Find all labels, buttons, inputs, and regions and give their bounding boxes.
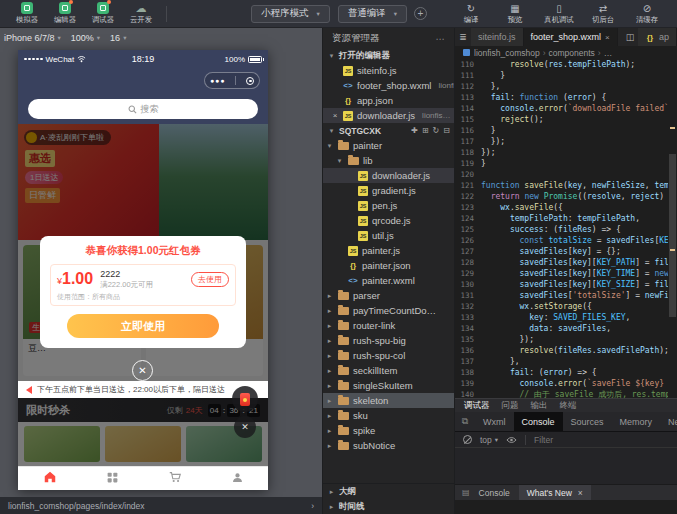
minimize-icon[interactable] — [246, 77, 254, 85]
red-packet-float[interactable] — [232, 386, 258, 412]
new-file-icon[interactable]: ✚ — [411, 126, 418, 135]
tree-item[interactable]: JSgradient.js — [323, 183, 454, 198]
devtools-tab[interactable]: Sources — [563, 412, 612, 431]
add-compile-mode-icon[interactable]: + — [414, 7, 427, 20]
tree-item[interactable]: ▸rush-spu-col — [323, 348, 454, 363]
toolbar-nav-button[interactable]: 调试器 — [84, 2, 122, 25]
close-tab-icon[interactable]: × — [605, 33, 610, 42]
tree-item[interactable]: JSpen.js — [323, 198, 454, 213]
tree-item[interactable]: {}painter.json — [323, 258, 454, 273]
search-input[interactable]: 搜索 — [28, 99, 258, 119]
tab-cart-icon[interactable] — [168, 470, 182, 488]
tree-item[interactable]: <>painter.wxml — [323, 273, 454, 288]
use-coupon-button[interactable]: 去使用 — [191, 272, 229, 287]
more-icon[interactable]: ●●● — [210, 77, 226, 84]
tree-item[interactable]: ▸rush-spu-big — [323, 333, 454, 348]
tab-home-icon[interactable] — [43, 470, 57, 488]
new-folder-icon[interactable]: ⊞ — [422, 126, 429, 135]
folder-icon — [348, 157, 359, 165]
tree-item[interactable]: JSutil.js — [323, 228, 454, 243]
tree-item[interactable]: ▸seckillItem — [323, 363, 454, 378]
breadcrumb-item[interactable]: … — [604, 48, 613, 58]
toolbar-nav-button[interactable]: 编辑器 — [46, 2, 84, 25]
inspect-icon[interactable]: ⧉ — [455, 416, 475, 427]
tab-category-icon[interactable] — [106, 470, 119, 488]
folder-icon — [338, 412, 349, 420]
debugger-tab[interactable]: 终端 — [560, 400, 577, 412]
page-path-bar[interactable]: lionfish_comshop/pages/index/index › — [0, 497, 322, 514]
toolbar-action-button[interactable]: ⊘清缓存 — [625, 3, 669, 25]
toolbar-action-button[interactable]: ⇄切后台 — [581, 3, 625, 25]
split-editor-icon[interactable]: ◫ — [622, 28, 638, 46]
scrollbar-thumb[interactable] — [669, 154, 676, 317]
whats-new-tab[interactable]: What's New × — [519, 485, 591, 500]
eye-icon[interactable] — [506, 436, 517, 444]
use-now-button[interactable]: 立即使用 — [67, 314, 219, 338]
breadcrumb[interactable]: lionfish_comshop›components›… — [455, 46, 677, 59]
toolbar-nav-button[interactable]: 模拟器 — [8, 2, 46, 25]
breadcrumb-item[interactable]: lionfish_comshop — [474, 48, 540, 58]
capsule-menu[interactable]: ●●● — [204, 72, 260, 89]
outline-section[interactable]: ▸大纲 — [323, 484, 454, 499]
debugger-tab[interactable]: 调试器 — [464, 400, 490, 412]
tree-item[interactable]: ▸parser — [323, 288, 454, 303]
devtools-tab[interactable]: Wxml — [475, 412, 514, 431]
tree-item[interactable]: JSqrcode.js — [323, 213, 454, 228]
close-icon[interactable]: × — [578, 488, 583, 498]
timeline-section[interactable]: ▸时间线 — [323, 499, 454, 514]
open-editor-item[interactable]: JSsiteinfo.js — [323, 63, 454, 78]
tree-item[interactable]: ▸subNotice — [323, 438, 454, 453]
debugger-tab[interactable]: 输出 — [531, 400, 548, 412]
tree-item[interactable]: ▸skeleton — [323, 393, 454, 408]
editor-tab[interactable]: siteinfo.js — [471, 28, 524, 46]
collapse-folders-icon[interactable]: ⊟ — [443, 126, 450, 135]
tree-item[interactable]: JSpainter.js — [323, 243, 454, 258]
clear-console-icon[interactable] — [463, 435, 472, 444]
tree-item[interactable]: ▾lib — [323, 153, 454, 168]
coupon-name: 2222 — [100, 269, 184, 280]
scale-select[interactable]: 100%▾ — [71, 33, 100, 43]
filter-input[interactable]: Filter — [534, 435, 553, 445]
editor-overflow-tab[interactable]: {}ap — [638, 28, 677, 46]
close-icon[interactable]: × — [331, 111, 339, 120]
context-select[interactable]: top▾ — [480, 435, 498, 445]
compile-mode-select[interactable]: 普通编译 ▾ — [338, 5, 407, 23]
open-editors-header[interactable]: ▾ 打开的编辑器 — [323, 48, 454, 63]
float-close-icon[interactable]: ✕ — [234, 416, 256, 438]
breadcrumb-item[interactable]: components — [549, 48, 595, 58]
cloud-icon — [135, 2, 147, 14]
code-editor[interactable]: 110 resolve(res.tempFilePath);111 }112 }… — [455, 59, 677, 398]
tree-item[interactable]: ▸singleSkuItem — [323, 378, 454, 393]
editor-tab[interactable]: footer_shop.wxml× — [524, 28, 618, 46]
tree-item[interactable]: ▸router-link — [323, 318, 454, 333]
device-select[interactable]: iPhone 6/7/8▾ — [4, 33, 61, 43]
devtools-tab[interactable]: Netwo — [660, 412, 677, 431]
open-editor-item[interactable]: {}app.json — [323, 93, 454, 108]
tree-item[interactable]: ▸spike — [323, 423, 454, 438]
tree-item[interactable]: ▾painter — [323, 138, 454, 153]
more-actions-icon[interactable]: ⋯ — [436, 33, 446, 44]
drawer-console-tab[interactable]: Console — [479, 488, 510, 498]
tab-profile-icon[interactable] — [231, 470, 244, 488]
devtools-tab[interactable]: Console — [514, 412, 563, 431]
mode-select[interactable]: 小程序模式 ▾ — [251, 5, 330, 23]
fontsize-select[interactable]: 16▾ — [110, 33, 126, 43]
debugger-tab[interactable]: 问题 — [502, 400, 519, 412]
modal-close-icon[interactable]: ✕ — [132, 360, 153, 381]
devtools-tab[interactable]: Memory — [612, 412, 661, 431]
editor-scrollbar[interactable] — [668, 59, 677, 398]
red-packet-icon — [240, 393, 250, 406]
editor-list-icon[interactable]: ≣ — [455, 28, 471, 46]
toolbar-nav-buttons: 模拟器编辑器调试器云开发 — [8, 2, 160, 25]
open-editor-item[interactable]: ×JSdownloader.jslionfis… — [323, 108, 454, 123]
toolbar-action-button[interactable]: ▦预览 — [493, 3, 537, 25]
toolbar-action-button[interactable]: ↻编译 — [449, 3, 493, 25]
refresh-explorer-icon[interactable]: ↻ — [433, 126, 440, 135]
tree-item[interactable]: ▸payTimeCountDo… — [323, 303, 454, 318]
project-header[interactable]: ▾ SQTGCXK ✚ ⊞ ↻ ⊟ — [323, 123, 454, 138]
open-editor-item[interactable]: <>footer_shop.wxmllionfi… — [323, 78, 454, 93]
toolbar-action-button[interactable]: ▯真机调试 — [537, 3, 581, 25]
tree-item[interactable]: ▸sku — [323, 408, 454, 423]
tree-item[interactable]: JSdownloader.js — [323, 168, 454, 183]
toolbar-nav-button[interactable]: 云开发 — [122, 2, 160, 25]
